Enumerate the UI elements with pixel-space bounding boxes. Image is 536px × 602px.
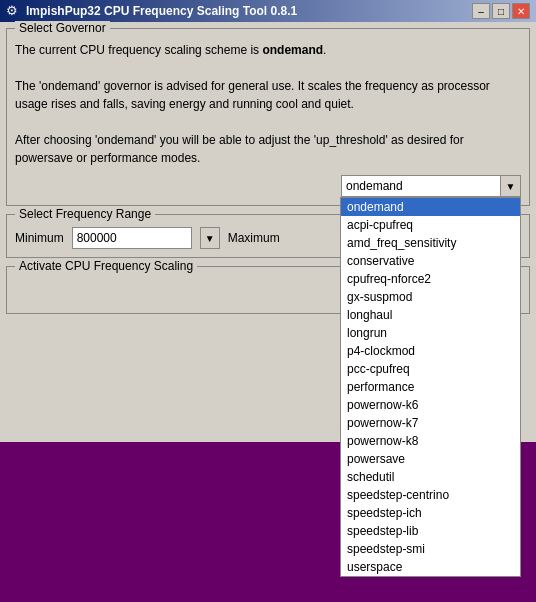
desc-line1-suffix: . [323,43,326,57]
activate-group-title: Activate CPU Frequency Scaling [15,259,197,273]
governor-row: ondemand ▼ ondemandacpi-cpufreqamd_freq_… [15,175,521,197]
dropdown-item[interactable]: schedutil [341,468,520,486]
current-governor-value: ondemand [262,43,323,57]
dropdown-item[interactable]: userspace [341,558,520,576]
window-controls: – □ ✕ [472,3,530,19]
dropdown-item[interactable]: gx-suspmod [341,288,520,306]
dropdown-item[interactable]: conservative [341,252,520,270]
title-bar: ⚙ ImpishPup32 CPU Frequency Scaling Tool… [0,0,536,22]
dropdown-item[interactable]: p4-clockmod [341,342,520,360]
window-title: ImpishPup32 CPU Frequency Scaling Tool 0… [26,4,297,18]
dropdown-item[interactable]: longrun [341,324,520,342]
desc-line2: The 'ondemand' governor is advised for g… [15,77,521,113]
governor-group-title: Select Governor [15,21,110,35]
app-icon: ⚙ [6,3,22,19]
dropdown-item[interactable]: acpi-cpufreq [341,216,520,234]
governor-description: The current CPU frequency scaling scheme… [15,41,521,167]
dropdown-item[interactable]: speedstep-ich [341,504,520,522]
desc-line3: After choosing 'ondemand' you will be ab… [15,131,521,167]
dropdown-item[interactable]: pcc-cpufreq [341,360,520,378]
min-label: Minimum [15,231,64,245]
governor-group: Select Governor The current CPU frequenc… [6,28,530,206]
maximize-button[interactable]: □ [492,3,510,19]
governor-display[interactable]: ondemand [341,175,501,197]
governor-dropdown-arrow[interactable]: ▼ [501,175,521,197]
max-label: Maximum [228,231,280,245]
desc-line1-prefix: The current CPU frequency scaling scheme… [15,43,262,57]
dropdown-item[interactable]: speedstep-smi [341,540,520,558]
dropdown-item[interactable]: amd_freq_sensitivity [341,234,520,252]
close-button[interactable]: ✕ [512,3,530,19]
title-bar-left: ⚙ ImpishPup32 CPU Frequency Scaling Tool… [6,3,297,19]
dropdown-item[interactable]: powernow-k7 [341,414,520,432]
governor-dropdown-list: ondemandacpi-cpufreqamd_freq_sensitivity… [340,197,521,577]
governor-select-wrapper: ondemand ▼ ondemandacpi-cpufreqamd_freq_… [341,175,521,197]
dropdown-item[interactable]: longhaul [341,306,520,324]
dropdown-item[interactable]: ondemand [341,198,520,216]
dropdown-item[interactable]: speedstep-lib [341,522,520,540]
dropdown-item[interactable]: speedstep-centrino [341,486,520,504]
minimize-button[interactable]: – [472,3,490,19]
dropdown-item[interactable]: cpufreq-nforce2 [341,270,520,288]
dropdown-item[interactable]: performance [341,378,520,396]
dropdown-item[interactable]: powersave [341,450,520,468]
dropdown-item[interactable]: powernow-k8 [341,432,520,450]
min-frequency-dropdown-arrow[interactable]: ▼ [200,227,220,249]
dropdown-item[interactable]: powernow-k6 [341,396,520,414]
main-content: Select Governor The current CPU frequenc… [0,22,536,328]
frequency-group-title: Select Frequency Range [15,207,155,221]
governor-select-container: ondemand ▼ ondemandacpi-cpufreqamd_freq_… [341,175,521,197]
min-frequency-input[interactable] [72,227,192,249]
